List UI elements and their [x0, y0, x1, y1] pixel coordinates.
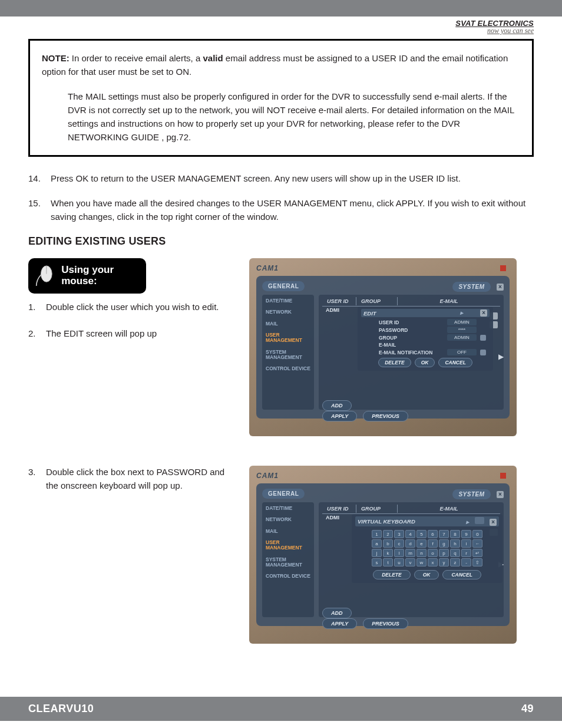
- keyboard-key[interactable]: 5: [416, 530, 427, 538]
- scroll-right-icon[interactable]: ▶: [498, 353, 504, 361]
- side-item-system-management[interactable]: SYSTEM MANAGEMENT: [266, 350, 310, 361]
- keyboard-key[interactable]: m: [405, 549, 415, 557]
- side-item-datetime[interactable]: DATE/TIME: [266, 506, 310, 511]
- keyboard-key[interactable]: ↵: [472, 549, 482, 557]
- keyboard-key[interactable]: b: [383, 539, 393, 548]
- chevron-right-icon[interactable]: ▸: [460, 309, 463, 316]
- keyboard-key[interactable]: 4: [405, 530, 415, 538]
- add-button[interactable]: ADD: [322, 400, 352, 411]
- keyboard-key[interactable]: w: [416, 558, 427, 566]
- side-item-user-management[interactable]: USER MANAGEMENT: [266, 332, 310, 344]
- keyboard-key[interactable]: z: [450, 558, 460, 566]
- field-value-notification[interactable]: OFF: [447, 349, 477, 355]
- delete-button[interactable]: DELETE: [378, 358, 411, 367]
- keyboard-key[interactable]: 3: [394, 530, 404, 538]
- popup-close-icon[interactable]: ×: [490, 519, 497, 526]
- step-text: The EDIT screen will pop up: [46, 327, 157, 341]
- keyboard-key[interactable]: p: [439, 549, 449, 557]
- keyboard-key[interactable]: 1: [372, 530, 382, 538]
- step-14: 14. Press OK to return to the USER MANAG…: [28, 172, 534, 186]
- tab-system[interactable]: SYSTEM: [452, 282, 490, 292]
- side-item-control-device[interactable]: CONTROL DEVICE: [266, 574, 310, 579]
- keyboard-key[interactable]: g: [439, 539, 449, 548]
- keyboard-key[interactable]: v: [405, 558, 415, 566]
- keyboard-key[interactable]: l: [394, 549, 404, 557]
- system-panel: GENERAL SYSTEM × DATE/TIME NETWORK MAIL …: [256, 483, 510, 626]
- close-icon[interactable]: ×: [497, 491, 504, 498]
- keyboard-key[interactable]: f: [428, 539, 438, 548]
- keyboard-key[interactable]: x: [428, 558, 438, 566]
- previous-button[interactable]: PREVIOUS: [363, 618, 408, 629]
- dropdown-icon[interactable]: [480, 350, 486, 355]
- step-text: When you have made all the desired chang…: [51, 197, 534, 223]
- edit-steps: 1. Double click the user which you wish …: [28, 301, 232, 340]
- keyboard-key[interactable]: 7: [439, 530, 449, 538]
- keyboard-key[interactable]: q: [450, 549, 460, 557]
- keyboard-key[interactable]: 8: [450, 530, 460, 538]
- keyboard-key[interactable]: u: [394, 558, 404, 566]
- keyboard-key[interactable]: t: [383, 558, 393, 566]
- previous-button[interactable]: PREVIOUS: [363, 411, 408, 421]
- keyboard-key[interactable]: d: [405, 539, 415, 548]
- apply-button[interactable]: APPLY: [322, 618, 357, 629]
- dropdown-icon[interactable]: [480, 335, 486, 341]
- edit-step-2: 2. The EDIT screen will pop up: [28, 327, 232, 341]
- side-item-mail[interactable]: MAIL: [266, 529, 310, 534]
- side-item-mail[interactable]: MAIL: [266, 321, 310, 327]
- field-value-group[interactable]: ADMIN: [447, 334, 477, 341]
- ok-button[interactable]: OK: [415, 358, 435, 367]
- keyboard-key[interactable]: 2: [383, 530, 393, 538]
- chevron-right-icon[interactable]: ▸: [466, 519, 469, 525]
- cancel-button[interactable]: CANCEL: [438, 358, 472, 367]
- side-item-network[interactable]: NETWORK: [266, 309, 310, 315]
- footer-model: CLEARVU10: [28, 703, 94, 715]
- col-email: E-MAIL: [398, 505, 500, 513]
- note-p1a: In order to receive email alerts, a: [72, 53, 203, 63]
- keyboard-key[interactable]: 6: [428, 530, 438, 538]
- keyboard-key[interactable]: j: [372, 549, 382, 557]
- edit-popup: EDIT ▸ × USER ID ADMIN: [358, 307, 493, 371]
- keyboard-key[interactable]: k: [383, 549, 393, 557]
- cancel-button[interactable]: CANCEL: [442, 570, 481, 579]
- delete-button[interactable]: DELETE: [373, 570, 411, 579]
- keyboard-key[interactable]: r: [461, 549, 471, 557]
- table-header: USER ID GROUP E-MAIL: [322, 297, 500, 305]
- keyboard-key[interactable]: ←: [472, 539, 482, 548]
- apply-button[interactable]: APPLY: [322, 411, 357, 421]
- side-item-network[interactable]: NETWORK: [266, 517, 310, 522]
- keyboard-key[interactable]: h: [450, 539, 460, 548]
- keyboard-key[interactable]: e: [416, 539, 427, 548]
- keyboard-key[interactable]: -: [461, 558, 471, 566]
- popup-title: VIRTUAL KEYBOARD: [358, 518, 415, 525]
- main-pane: USER ID GROUP E-MAIL ADMI ▶: [319, 295, 504, 410]
- keyboard-key[interactable]: y: [439, 558, 449, 566]
- page-footer: CLEARVU10 49: [0, 697, 562, 721]
- keyboard-key[interactable]: ⇧: [472, 558, 482, 566]
- field-value-userid[interactable]: ADMIN: [447, 319, 477, 325]
- side-item-datetime[interactable]: DATE/TIME: [266, 298, 310, 304]
- field-value-password[interactable]: ****: [447, 327, 477, 333]
- mouse-icon: [35, 263, 55, 289]
- tab-system[interactable]: SYSTEM: [452, 489, 490, 499]
- side-item-user-management[interactable]: USER MANAGEMENT: [266, 540, 310, 551]
- keyboard-key[interactable]: o: [428, 549, 438, 557]
- keyboard-key[interactable]: c: [394, 539, 404, 548]
- note-valid-bold: valid: [203, 53, 223, 63]
- keyboard-key[interactable]: n: [416, 549, 427, 557]
- side-item-control-device[interactable]: CONTROL DEVICE: [266, 366, 310, 371]
- cam-label: CAM1: [256, 472, 510, 480]
- tab-general[interactable]: GENERAL: [262, 281, 305, 291]
- keyboard-key[interactable]: 9: [461, 530, 471, 538]
- tab-general[interactable]: GENERAL: [262, 489, 305, 499]
- keyboard-key[interactable]: s: [372, 558, 382, 566]
- col-userid: USER ID: [322, 505, 356, 513]
- ok-button[interactable]: OK: [414, 570, 439, 579]
- vk-step-3: 3. Double click the box next to PASSWORD…: [28, 466, 232, 492]
- close-icon[interactable]: ×: [497, 284, 504, 291]
- keyboard-key[interactable]: i: [461, 539, 471, 548]
- side-item-system-management[interactable]: SYSTEM MANAGEMENT: [266, 557, 310, 568]
- popup-close-icon[interactable]: ×: [480, 309, 487, 317]
- keyboard-key[interactable]: 0: [472, 530, 482, 538]
- add-button[interactable]: ADD: [322, 608, 352, 618]
- keyboard-key[interactable]: a: [372, 539, 382, 548]
